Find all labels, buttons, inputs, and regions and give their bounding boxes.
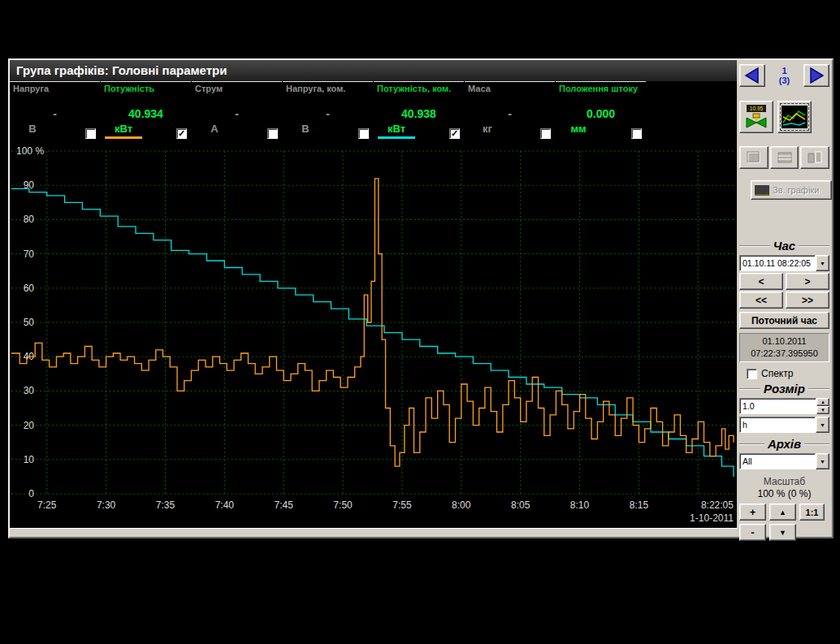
dropdown-arrow-icon[interactable]: ▼ bbox=[816, 255, 829, 271]
step-back-button[interactable]: < bbox=[739, 273, 783, 290]
page-forward-button[interactable]: >> bbox=[786, 292, 829, 309]
x-axis-label: 7:25 bbox=[37, 499, 57, 511]
spin-up-icon[interactable]: ▲ bbox=[816, 398, 829, 406]
channel-visibility-checkbox[interactable]: ✓ bbox=[449, 128, 460, 139]
y-axis-label: 10 bbox=[24, 454, 35, 465]
group-page: 1 bbox=[779, 66, 790, 76]
linked-graphs-button[interactable]: Зв. графіки bbox=[751, 180, 832, 200]
move-up-button[interactable]: ▲ bbox=[769, 504, 796, 521]
spectrum-row: Спектр bbox=[739, 368, 829, 379]
archive-combobox[interactable]: All ▼ bbox=[739, 453, 829, 469]
chart-plot[interactable]: 7:257:307:357:407:457:507:558:008:058:10… bbox=[10, 141, 737, 528]
main-column: Група графіків: Головні параметри Напруг… bbox=[10, 60, 737, 537]
time-combobox[interactable]: 01.10.11 08:22:05 ▼ bbox=[739, 255, 829, 271]
archive-value: All bbox=[739, 453, 816, 469]
export-icon bbox=[806, 150, 824, 165]
series-Потужність bbox=[11, 179, 734, 466]
channel-panel: Потужність40.934кВт✓ bbox=[101, 81, 191, 141]
channel-bottom-row: мм bbox=[560, 123, 642, 139]
trends-view-button[interactable] bbox=[777, 101, 812, 133]
spectrum-label: Спектр bbox=[761, 368, 793, 379]
spin-down-icon[interactable]: ▼ bbox=[816, 406, 829, 414]
zoom-in-button[interactable]: + bbox=[739, 504, 766, 521]
chart-svg: 7:257:307:357:407:457:507:558:008:058:10… bbox=[10, 141, 737, 528]
channel-bottom-row: кВт✓ bbox=[105, 123, 187, 139]
x-axis-label: 8:05 bbox=[511, 499, 530, 511]
channel-unit: А bbox=[196, 123, 233, 139]
size-header-label: Розмір bbox=[764, 382, 805, 395]
y-axis-label: 80 bbox=[24, 214, 35, 225]
x-axis-label: 7:55 bbox=[392, 499, 412, 511]
channel-title: Напруга, ком. bbox=[286, 84, 370, 93]
channel-unit: кг bbox=[469, 123, 506, 139]
graph-group-window: Група графіків: Головні параметри Напруг… bbox=[8, 58, 834, 538]
channel-visibility-checkbox[interactable] bbox=[85, 128, 96, 139]
channel-value: - bbox=[10, 107, 100, 120]
archive-header-label: Архів bbox=[768, 437, 801, 451]
channel-unit: мм bbox=[560, 123, 597, 139]
channel-value: - bbox=[192, 107, 282, 120]
channel-value: - bbox=[465, 107, 555, 120]
channel-title: Напруга bbox=[13, 84, 97, 93]
window-title: Група графіків: Головні параметри bbox=[10, 60, 737, 81]
channel-visibility-checkbox[interactable] bbox=[267, 128, 278, 139]
time-combobox-value: 01.10.11 08:22:05 bbox=[739, 255, 816, 271]
step-forward-button[interactable]: > bbox=[786, 273, 829, 290]
channel-value: 40.938 bbox=[374, 107, 464, 120]
trend-chart-icon bbox=[782, 106, 808, 128]
channel-panel: Струм-А bbox=[192, 81, 282, 141]
x-axis-label: 7:35 bbox=[156, 499, 175, 511]
channel-visibility-checkbox[interactable] bbox=[631, 128, 642, 139]
channel-visibility-checkbox[interactable] bbox=[540, 128, 551, 139]
x-axis-date-label: 1-10-2011 bbox=[690, 512, 734, 524]
report-icon bbox=[745, 150, 763, 165]
group-total: (3) bbox=[779, 76, 790, 85]
size-unit-combobox[interactable]: h ▼ bbox=[739, 417, 829, 433]
page-back-button[interactable]: << bbox=[739, 292, 783, 309]
y-axis-label: 50 bbox=[24, 317, 35, 328]
dropdown-arrow-icon[interactable]: ▼ bbox=[816, 417, 829, 433]
y-axis-label: 70 bbox=[24, 249, 35, 260]
channel-visibility-checkbox[interactable] bbox=[358, 128, 369, 139]
x-axis-label: 8:10 bbox=[570, 499, 590, 511]
next-group-button[interactable] bbox=[803, 64, 829, 87]
mnemonic-view-button[interactable]: 10.95 bbox=[739, 101, 773, 133]
channel-value: - bbox=[283, 107, 373, 120]
zoom-out-button[interactable]: - bbox=[739, 524, 766, 541]
channel-bottom-row: кВт✓ bbox=[378, 123, 460, 139]
one-to-one-button[interactable]: 1:1 bbox=[799, 504, 825, 521]
bottom-strip bbox=[10, 528, 737, 537]
channel-bottom-row: В bbox=[287, 123, 369, 139]
size-value-field[interactable]: 1.0 bbox=[739, 398, 816, 414]
report-tool-button[interactable] bbox=[739, 146, 769, 169]
arrow-right-icon bbox=[806, 66, 827, 85]
channel-unit: В bbox=[287, 123, 324, 139]
y-axis-top-label: 100 % bbox=[16, 145, 44, 157]
x-axis-label: 7:40 bbox=[215, 499, 235, 511]
table-tool-button[interactable] bbox=[770, 146, 799, 169]
y-axis-label: 30 bbox=[24, 385, 35, 396]
export-tool-button[interactable] bbox=[800, 146, 829, 169]
y-axis-label: 0 bbox=[28, 488, 34, 499]
spectrum-checkbox[interactable] bbox=[747, 369, 757, 379]
current-timestamp: 01.10.2011 07:22:37.395950 bbox=[739, 333, 829, 362]
sidebar: 1 (3) 10.95 bbox=[737, 60, 832, 537]
dropdown-arrow-icon[interactable]: ▼ bbox=[816, 453, 829, 469]
x-axis-end-label: 8:22:05 bbox=[701, 499, 734, 511]
channel-unit: кВт bbox=[378, 123, 415, 139]
channel-bottom-row: В bbox=[14, 123, 96, 139]
channel-visibility-checkbox[interactable]: ✓ bbox=[176, 128, 187, 139]
table-icon bbox=[776, 150, 794, 165]
size-unit-value: h bbox=[739, 417, 816, 433]
current-time-button[interactable]: Поточний час bbox=[739, 312, 829, 329]
view-switcher: 10.95 bbox=[739, 101, 829, 133]
x-axis-label: 8:15 bbox=[630, 499, 649, 511]
scale-value: 100 % (0 %) bbox=[739, 488, 829, 499]
archive-section-header: Архів bbox=[739, 437, 829, 451]
channel-value: 40.934 bbox=[101, 107, 191, 120]
move-down-button[interactable]: ▼ bbox=[769, 524, 796, 541]
prev-group-button[interactable] bbox=[739, 64, 765, 87]
y-axis-label: 60 bbox=[24, 283, 35, 294]
channel-panels: Напруга-ВПотужність40.934кВт✓Струм-АНапр… bbox=[10, 81, 737, 141]
x-axis-label: 7:30 bbox=[97, 499, 116, 511]
